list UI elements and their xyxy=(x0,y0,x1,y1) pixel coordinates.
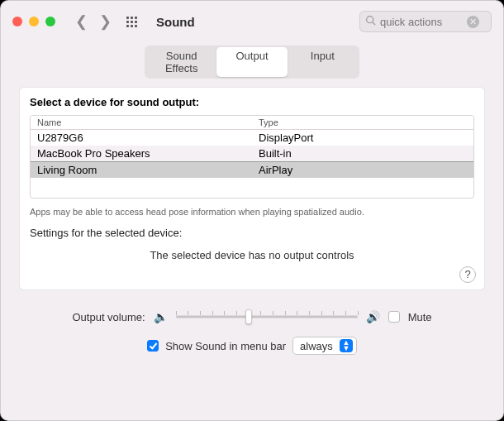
table-row[interactable]: U2879G6 DisplayPort xyxy=(31,130,473,146)
spatial-audio-note: Apps may be able to access head pose inf… xyxy=(30,207,474,217)
table-row[interactable]: MacBook Pro Speakers Built-in xyxy=(31,146,473,161)
menubar-row: Show Sound in menu bar always ▲▼ xyxy=(19,337,485,355)
mute-label: Mute xyxy=(408,311,432,323)
menubar-mode-popup[interactable]: always ▲▼ xyxy=(292,337,357,355)
sound-preferences-window: ❮ ❯ Sound ✕ Sound Effects Output Input S… xyxy=(0,0,504,421)
settings-label: Settings for the selected device: xyxy=(30,227,474,239)
mute-checkbox[interactable] xyxy=(388,311,400,323)
show-in-menubar-checkbox[interactable] xyxy=(147,340,159,352)
tab-selector: Sound Effects Output Input xyxy=(145,45,359,79)
panel-heading: Select a device for sound output: xyxy=(30,96,474,108)
volume-row: Output volume: 🔈 xyxy=(19,309,485,325)
search-field[interactable]: ✕ xyxy=(359,11,492,32)
popup-value: always xyxy=(300,340,333,352)
col-type[interactable]: Type xyxy=(252,116,473,129)
nav-buttons: ❮ ❯ xyxy=(75,12,112,31)
table-header: Name Type xyxy=(31,116,473,130)
svg-point-0 xyxy=(367,17,373,23)
no-controls-message: The selected device has no output contro… xyxy=(30,249,474,261)
table-row-empty xyxy=(31,178,473,198)
col-name[interactable]: Name xyxy=(31,116,252,129)
slider-knob[interactable] xyxy=(245,309,252,324)
forward-button[interactable]: ❯ xyxy=(99,12,112,31)
speaker-low-icon: 🔈 xyxy=(154,310,168,323)
zoom-button[interactable] xyxy=(45,17,55,26)
volume-label: Output volume: xyxy=(72,311,145,323)
minimize-button[interactable] xyxy=(29,17,39,26)
help-button[interactable]: ? xyxy=(459,266,476,283)
tab-output[interactable]: Output xyxy=(216,47,287,77)
device-table: Name Type U2879G6 DisplayPort MacBook Pr… xyxy=(30,115,474,199)
show-in-menubar-label: Show Sound in menu bar xyxy=(165,340,286,352)
show-all-icon[interactable] xyxy=(126,15,140,28)
search-input[interactable] xyxy=(380,16,463,28)
window-controls xyxy=(12,17,55,26)
tab-sound-effects[interactable]: Sound Effects xyxy=(146,47,216,77)
output-panel: Select a device for sound output: Name T… xyxy=(19,87,485,290)
search-icon xyxy=(365,15,376,28)
speaker-high-icon: 🔊 xyxy=(366,310,380,323)
clear-search-icon[interactable]: ✕ xyxy=(467,16,479,28)
table-row[interactable]: Living Room AirPlay xyxy=(31,162,473,178)
svg-line-1 xyxy=(373,22,375,25)
close-button[interactable] xyxy=(12,17,22,26)
back-button[interactable]: ❮ xyxy=(75,12,88,31)
content-area: Sound Effects Output Input Select a devi… xyxy=(1,42,503,420)
volume-slider[interactable] xyxy=(176,309,358,325)
titlebar: ❮ ❯ Sound ✕ xyxy=(1,1,503,42)
tab-input[interactable]: Input xyxy=(288,47,358,77)
window-title: Sound xyxy=(156,15,195,29)
chevron-up-down-icon: ▲▼ xyxy=(340,339,353,352)
